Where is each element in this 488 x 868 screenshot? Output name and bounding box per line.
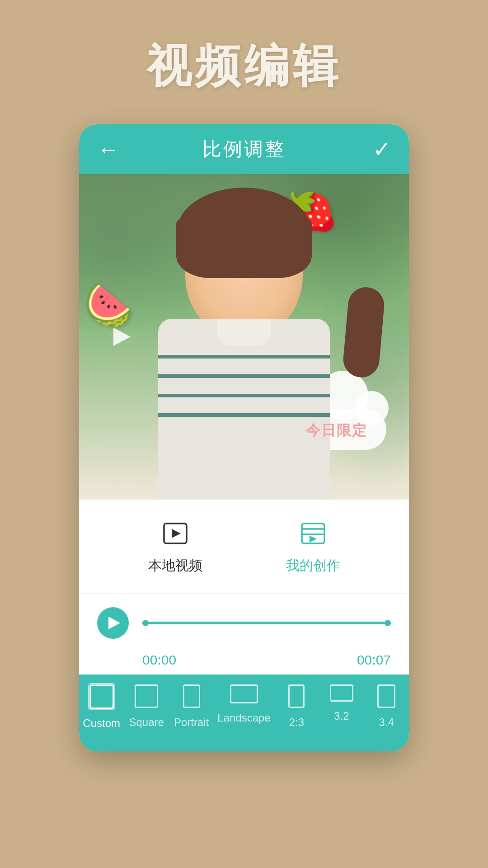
phone-card: ← 比例调整 ✓ 🍓 🍉 — [79, 124, 409, 751]
body-collar — [217, 319, 271, 346]
person-body — [158, 319, 330, 500]
ratio-item-32[interactable]: 3.2 — [319, 684, 364, 722]
timeline-handle-start[interactable] — [142, 620, 149, 626]
ratio-label-custom: Custom — [83, 717, 120, 730]
header-title: 比例调整 — [202, 137, 286, 162]
play-triangle-icon — [113, 328, 131, 346]
card-header: ← 比例调整 ✓ — [79, 124, 409, 174]
ratio-label-34: 3.4 — [379, 716, 394, 729]
ratio-label-square: Square — [129, 716, 164, 729]
ratio-item-landscape[interactable]: Landscape — [214, 684, 274, 724]
timeline-bar[interactable] — [142, 614, 391, 632]
timeline-handle-end[interactable] — [385, 620, 391, 626]
time-end: 00:07 — [357, 652, 391, 668]
local-video-item[interactable]: 本地视频 — [148, 518, 202, 575]
video-preview: 🍓 🍉 今日限定 — [79, 174, 409, 500]
local-video-label: 本地视频 — [148, 557, 202, 575]
my-creation-item[interactable]: 我的创作 — [286, 518, 340, 575]
page-title: 视频编辑 — [0, 0, 488, 124]
person-bangs — [176, 219, 312, 255]
timeline-play-button[interactable] — [97, 607, 129, 639]
back-button[interactable]: ← — [97, 136, 120, 162]
ratio-label-portrait: Portrait — [174, 716, 209, 729]
timeline-section — [79, 594, 409, 652]
media-section: 本地视频 我的创作 — [79, 500, 409, 594]
ratio-item-portrait[interactable]: Portrait — [169, 684, 214, 729]
my-creation-icon — [297, 518, 329, 549]
timeline-play-icon — [108, 617, 120, 629]
ratio-item-23[interactable]: 2:3 — [274, 684, 319, 729]
play-button-overlay[interactable] — [106, 321, 138, 353]
timeline-track — [142, 622, 391, 624]
ratio-bar: Custom Square Portrait Landscape 2:3 3.2 — [79, 675, 409, 751]
ratio-item-custom[interactable]: Custom — [79, 684, 124, 730]
time-start: 00:00 — [142, 652, 176, 668]
ratio-item-34[interactable]: 3.4 — [364, 684, 409, 729]
time-labels: 00:00 00:07 — [79, 652, 409, 675]
confirm-button[interactable]: ✓ — [373, 137, 391, 162]
svg-marker-1 — [172, 529, 181, 538]
cloud-text: 今日限定 — [278, 421, 395, 441]
ratio-label-23: 2:3 — [289, 716, 304, 729]
ratio-label-32: 3.2 — [334, 710, 349, 722]
ratio-item-square[interactable]: Square — [124, 684, 169, 729]
local-video-icon — [160, 518, 191, 549]
my-creation-label: 我的创作 — [286, 557, 340, 575]
svg-marker-5 — [310, 536, 317, 542]
ratio-label-landscape: Landscape — [217, 712, 270, 724]
timeline-progress — [142, 622, 391, 624]
